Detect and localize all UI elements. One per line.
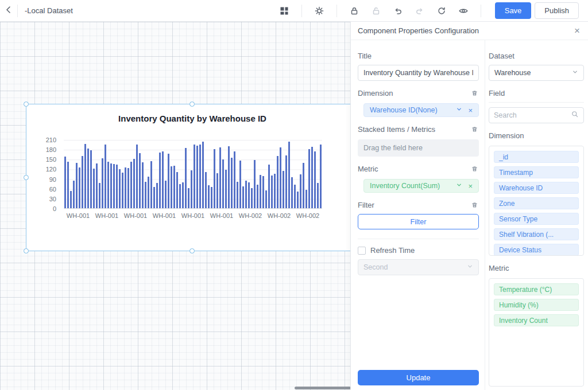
chevron-down-icon[interactable] <box>456 182 462 190</box>
y-tick-label: 30 <box>49 196 56 202</box>
refresh-icon <box>436 6 447 16</box>
bar <box>216 173 218 208</box>
remove-icon[interactable]: × <box>468 182 473 190</box>
stacked-section-label: Stacked Items / Metrics <box>358 125 479 134</box>
bar <box>76 163 78 208</box>
chart-title-input[interactable] <box>358 65 479 81</box>
field-chip[interactable]: _id <box>494 151 579 163</box>
topbar-divider <box>336 5 337 17</box>
filter-section-label: Filter <box>358 201 479 209</box>
filter-button[interactable]: Filter <box>358 214 479 229</box>
dimension-chip[interactable]: Warehouse ID(None) × <box>363 103 479 117</box>
bar <box>130 162 132 208</box>
search-input[interactable] <box>494 111 571 119</box>
chart-plot-area <box>64 140 322 209</box>
bar <box>125 167 126 208</box>
bar <box>202 142 204 208</box>
redo-button[interactable] <box>411 2 429 20</box>
field-chip[interactable]: Shelf Vibration (... <box>494 228 579 240</box>
horizontal-scrollbar[interactable] <box>295 387 351 389</box>
y-tick-label: 60 <box>49 186 56 193</box>
refresh-interval-select[interactable]: Second <box>358 259 479 275</box>
dashboard-layout-button[interactable] <box>275 2 293 20</box>
bar-series <box>64 140 322 208</box>
document-title: -Local Dataset <box>25 6 73 15</box>
bar <box>159 153 161 208</box>
field-chip[interactable]: Temperature (°C) <box>494 283 579 295</box>
lock-button[interactable] <box>345 2 363 20</box>
panel-title: Component Properties Configuration <box>358 26 479 35</box>
settings-button[interactable] <box>310 2 328 20</box>
refresh-time-checkbox[interactable] <box>358 247 366 255</box>
field-chip[interactable]: Sensor Type <box>494 213 579 225</box>
bar <box>311 147 313 208</box>
bar <box>182 182 184 208</box>
trash-icon[interactable] <box>470 125 479 134</box>
panel-header: Component Properties Configuration × <box>351 22 588 40</box>
chart-component[interactable]: Inventory Quantity by Warehouse ID 03060… <box>26 104 359 251</box>
field-chip[interactable]: Device Status <box>494 244 579 256</box>
chevron-down-icon <box>467 263 473 271</box>
y-tick-label: 0 <box>53 205 56 212</box>
back-button[interactable] <box>0 0 17 22</box>
bar <box>214 149 215 208</box>
publish-button[interactable]: Publish <box>535 2 579 19</box>
x-tick-label: WH-002 <box>236 212 265 219</box>
refresh-time-label: Refresh Time <box>370 246 415 255</box>
dataset-label: Dataset <box>489 52 514 60</box>
resize-handle-bottom-middle[interactable] <box>189 248 195 253</box>
bar <box>102 158 103 208</box>
search-icon <box>571 110 579 120</box>
update-button[interactable]: Update <box>358 370 479 385</box>
dataset-select[interactable]: Warehouse <box>489 65 584 81</box>
bar <box>291 177 293 208</box>
bar <box>70 191 72 208</box>
undo-button[interactable] <box>389 2 407 20</box>
y-tick-label: 90 <box>49 176 56 183</box>
remove-icon[interactable]: × <box>468 106 473 115</box>
close-icon[interactable]: × <box>574 26 580 36</box>
field-section-label: Field <box>489 89 584 98</box>
field-chip[interactable]: Warehouse ID <box>494 182 579 194</box>
bar <box>194 145 195 208</box>
resize-handle-top-left[interactable] <box>24 102 29 107</box>
resize-handle-top-middle[interactable] <box>189 102 195 107</box>
trash-icon[interactable] <box>470 201 479 209</box>
lock-icon <box>349 6 359 16</box>
settings-gear-icon <box>314 6 324 16</box>
bar <box>179 184 181 209</box>
trash-icon[interactable] <box>470 89 479 98</box>
topbar-actions: Save Publish <box>275 2 588 20</box>
field-search <box>489 107 584 123</box>
dimension-chip-label: Warehouse ID(None) <box>370 106 438 114</box>
field-chip[interactable]: Timestamp <box>494 166 579 178</box>
x-tick-label: WH-001 <box>207 212 236 219</box>
chevron-down-icon[interactable] <box>456 106 462 114</box>
bar <box>176 172 178 208</box>
resize-handle-middle-left[interactable] <box>24 175 29 180</box>
refresh-time-row: Refresh Time <box>358 246 479 255</box>
bar <box>90 150 92 208</box>
bar <box>156 183 158 208</box>
bar <box>294 185 296 208</box>
field-chip[interactable]: Zone <box>494 197 579 209</box>
metric-label: Metric <box>358 165 378 173</box>
unlock-button[interactable] <box>367 2 385 20</box>
field-chip[interactable]: Inventory Count <box>494 314 579 326</box>
bar <box>173 166 175 208</box>
save-button[interactable]: Save <box>495 2 532 19</box>
metric-chip[interactable]: Inventory Count(Sum) × <box>363 179 479 193</box>
panel-dataset-column: Dataset Warehouse Field Dimension <box>489 40 584 387</box>
bar <box>165 181 167 208</box>
field-chip[interactable]: Humidity (%) <box>494 299 579 311</box>
bar <box>237 182 238 208</box>
stacked-drop-zone[interactable]: Drag the field here <box>358 139 479 157</box>
trash-icon[interactable] <box>470 165 479 173</box>
bar <box>305 190 307 208</box>
metric-fields-title: Metric <box>489 264 509 272</box>
resize-handle-bottom-left[interactable] <box>24 248 29 253</box>
bar <box>191 170 192 208</box>
refresh-button[interactable] <box>432 2 451 20</box>
bar <box>185 148 187 208</box>
preview-button[interactable] <box>454 2 473 20</box>
